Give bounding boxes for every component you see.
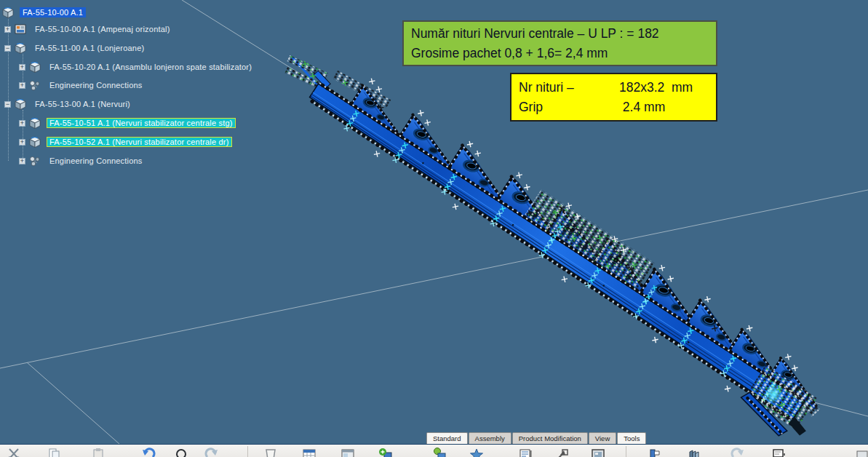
tree-item-root[interactable]: FA-55-10-00 A.1 (1, 5, 86, 20)
tree-item[interactable]: + FA-55-10-20 A.1 (Ansamblu lonjeron spa… (19, 60, 255, 74)
tree-item-label[interactable]: Engineering Connections (47, 80, 146, 90)
misc-right-icon[interactable] (854, 447, 868, 457)
catalog-books-icon[interactable] (687, 447, 703, 457)
copy-icon[interactable] (47, 447, 63, 457)
star-icon[interactable] (469, 447, 485, 457)
open-icon[interactable] (263, 447, 279, 457)
paste-icon[interactable] (90, 447, 106, 457)
tab-standard[interactable]: Standard (426, 432, 468, 445)
bottom-toolbar (0, 444, 868, 457)
expander-toggle[interactable]: + (19, 64, 25, 71)
insert-part-icon[interactable] (378, 447, 394, 457)
tab-tools[interactable]: Tools (617, 432, 646, 445)
frame-tool-icon[interactable] (771, 447, 787, 457)
product-cube-icon (14, 98, 27, 111)
table-icon[interactable] (301, 447, 317, 457)
representation-icon (14, 23, 27, 36)
expander-toggle[interactable]: + (19, 139, 25, 146)
window-icon[interactable] (340, 447, 356, 457)
goto-link-icon[interactable] (554, 447, 570, 457)
tag-icon[interactable] (647, 447, 663, 457)
note-label: Grip (519, 98, 619, 117)
toolbar-separator (626, 446, 626, 457)
product-cube-icon (1, 7, 15, 19)
tree-item-label[interactable]: FA-55-10-00 A.1 (Ampenaj orizontal) (32, 24, 173, 34)
product-cube-icon (14, 42, 27, 55)
application-window: FA-55-10-00 A.1 + FA-55-10-00 A.1 (Ampen… (0, 0, 868, 457)
tab-assembly[interactable]: Assembly (469, 432, 511, 445)
workbench-tabbar: Standard Assembly Product Modification V… (426, 432, 647, 445)
image-frame-icon[interactable] (590, 447, 606, 457)
tree-item[interactable]: + FA-55-10-52 A.1 (Nervuri stabilizator … (19, 135, 232, 149)
tab-view[interactable]: View (589, 432, 616, 445)
cut-icon[interactable] (7, 447, 23, 457)
tree-item[interactable]: − FA-55-11-00 A.1 (Lonjeroane) (4, 41, 147, 55)
search-icon[interactable] (174, 447, 190, 457)
note-line: Număr nituri Nervuri centrale – U LP : =… (411, 24, 709, 44)
tree-item[interactable]: + Engineering Connections (19, 78, 146, 92)
tree-item-label[interactable]: FA-55-10-20 A.1 (Ansamblu lonjeron spate… (47, 62, 255, 72)
update-icon[interactable] (432, 447, 448, 457)
note-rivet-count: Număr nituri Nervuri centrale – U LP : =… (402, 20, 717, 66)
note-line: Grosime pachet 0,8 + 1,6= 2,4 mm (411, 44, 709, 63)
undo-icon[interactable] (141, 447, 157, 457)
note-rivet-spec: Nr nituri – 182x3.2 mm Grip 2.4 mm (510, 73, 717, 122)
spar-web (306, 84, 805, 419)
tree-item-label[interactable]: FA-55-10-51 A.1 (Nervuri stabilizator ce… (47, 118, 236, 128)
redo-light-icon[interactable] (729, 447, 745, 457)
connections-icon (28, 155, 41, 167)
tab-product-modification[interactable]: Product Modification (512, 432, 588, 445)
toolbar-separator (247, 446, 248, 457)
product-cube-icon (28, 61, 41, 73)
expander-toggle[interactable]: − (4, 101, 11, 108)
note-value: 2.4 mm (619, 98, 665, 117)
tree-item-label[interactable]: FA-55-10-52 A.1 (Nervuri stabilizator ce… (47, 137, 232, 147)
tree-item[interactable]: + Engineering Connections (19, 154, 146, 168)
tree-connector (8, 17, 9, 161)
expander-toggle[interactable]: + (19, 158, 25, 164)
note-label: Nr nituri – (519, 78, 619, 98)
note-value: 182x3.2 mm (619, 78, 693, 98)
tree-item-label[interactable]: FA-55-11-00 A.1 (Lonjeroane) (32, 43, 147, 53)
connections-icon (28, 79, 41, 92)
expander-toggle[interactable]: + (19, 120, 25, 127)
expander-toggle[interactable]: − (4, 45, 11, 52)
tree-item-label[interactable]: FA-55-13-00 A.1 (Nervuri) (32, 99, 133, 109)
tree-item[interactable]: + FA-55-10-51 A.1 (Nervuri stabilizator … (19, 116, 236, 130)
product-cube-icon (28, 117, 41, 130)
tree-item-label[interactable]: FA-55-10-00 A.1 (20, 7, 86, 17)
tree-item[interactable]: − FA-55-13-00 A.1 (Nervuri) (4, 97, 133, 111)
tree-item-label[interactable]: Engineering Connections (47, 156, 146, 166)
redo-icon[interactable] (203, 447, 219, 457)
dialog-list-icon[interactable] (517, 447, 533, 457)
tree-item[interactable]: + FA-55-10-00 A.1 (Ampenaj orizontal) (4, 22, 173, 36)
expander-toggle[interactable]: + (19, 82, 25, 89)
expander-toggle[interactable]: + (4, 26, 11, 33)
product-cube-icon (28, 136, 41, 148)
